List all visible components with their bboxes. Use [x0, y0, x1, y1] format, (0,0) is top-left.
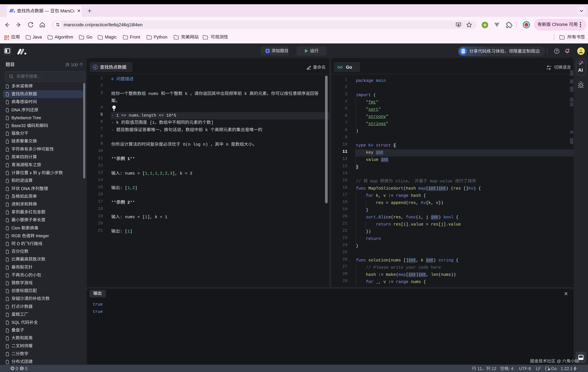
svg-text:GO: GO [337, 65, 343, 69]
